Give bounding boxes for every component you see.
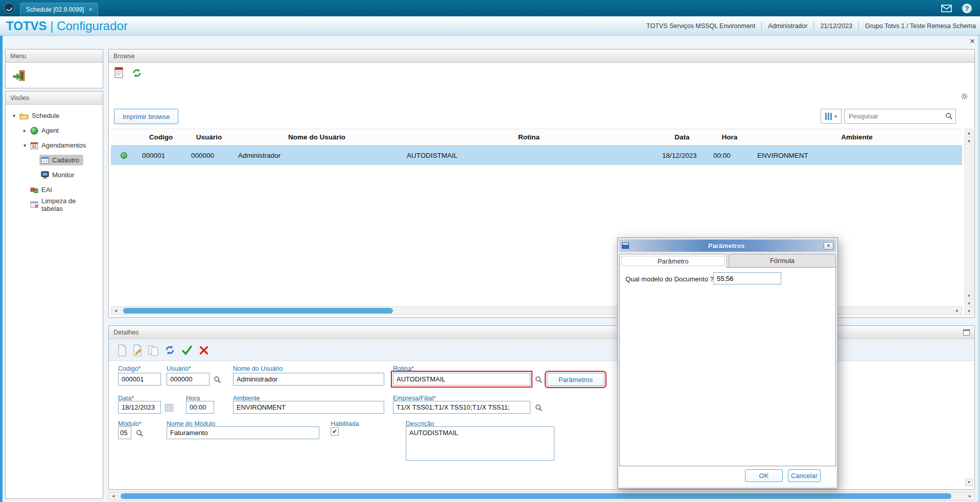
exit-door-icon[interactable]	[12, 69, 26, 82]
nome-modulo-field[interactable]	[167, 426, 319, 439]
descricao-field[interactable]: AUTODISTMAIL	[406, 426, 554, 461]
tree-item-cadastro[interactable]: Cadastro	[6, 153, 103, 168]
column-header-ambiente[interactable]: Ambiente	[752, 133, 962, 141]
column-header-rotina[interactable]: Rotina	[401, 133, 657, 141]
tree-item-limpeza[interactable]: Limpeza de tabelas	[6, 197, 103, 212]
column-header-codigo[interactable]: Codigo	[136, 133, 185, 141]
browse-vertical-scrollbar[interactable]: ▲ ▲ ▼ ▼ ▼	[965, 129, 973, 315]
cell-nome-usuario: Administrador	[232, 152, 401, 159]
refresh-icon[interactable]	[131, 67, 143, 79]
new-record-icon[interactable]	[117, 344, 127, 356]
ok-button[interactable]: OK	[745, 469, 783, 482]
table-row[interactable]: 000001 000000 Administrador AUTODISTMAIL…	[111, 146, 962, 165]
settings-gear-icon[interactable]	[961, 92, 968, 102]
parametros-dialog: Parâmetros ✕ Parâmetro Fórmula Qual mode…	[617, 237, 838, 489]
rotina-lookup-icon[interactable]	[533, 374, 544, 385]
mail-icon[interactable]	[941, 5, 952, 12]
app-circle-icon	[4, 3, 15, 14]
scroll-up-icon[interactable]: ▲	[965, 137, 973, 145]
checkbox-check-icon: ✔	[332, 428, 337, 435]
scrollbar-thumb[interactable]	[123, 308, 393, 314]
tree-label: Agendamentos	[41, 141, 86, 149]
cancel-button[interactable]: Cancelar	[788, 469, 821, 482]
column-header-data[interactable]: Data	[657, 133, 708, 141]
search-icon[interactable]	[942, 112, 955, 120]
tree-item-schedule[interactable]: ▾ Schedule	[6, 108, 103, 123]
scroll-down-icon[interactable]: ▼	[965, 292, 973, 299]
expand-arrow-icon[interactable]: ▸	[21, 128, 29, 133]
tree-item-agendamentos[interactable]: ▾ 31 Agendamentos	[6, 138, 103, 153]
scroll-page-down-icon[interactable]: ▼	[965, 299, 973, 307]
window-close-icon[interactable]: ×	[970, 37, 975, 46]
dialog-title-bar[interactable]: Parâmetros ✕	[619, 240, 836, 252]
copy-record-icon[interactable]	[148, 344, 159, 356]
data-field[interactable]	[118, 401, 161, 414]
page-title: TOTVS | Configurador	[6, 19, 128, 33]
menu-panel-title: Menu	[10, 53, 26, 60]
usuario-lookup-icon[interactable]	[212, 374, 222, 385]
svg-text:31: 31	[32, 144, 37, 149]
dialog-close-button[interactable]: ✕	[824, 242, 833, 250]
agent-sphere-icon	[30, 127, 38, 135]
cell-ambiente: ENVIRONMENT	[752, 152, 962, 159]
scroll-right-icon[interactable]: ►	[953, 307, 962, 315]
brand-name: TOTVS	[6, 19, 47, 33]
nome-usuario-label: Nome do Usuário	[233, 365, 283, 372]
tab-label: Schedule [02.9.0099]	[26, 6, 84, 13]
top-bar: Schedule [02.9.0099] × ?	[0, 0, 980, 16]
usuario-field[interactable]	[167, 373, 209, 386]
menu-panel-header: Menu	[6, 50, 103, 63]
divider	[813, 22, 814, 30]
date-picker-icon[interactable]	[164, 402, 174, 413]
confirm-check-icon[interactable]	[181, 345, 193, 356]
column-header-nome[interactable]: Nome do Usuário	[232, 133, 401, 141]
tree-item-agent[interactable]: ▸ Agent	[6, 123, 103, 138]
cancel-x-icon[interactable]	[198, 345, 209, 356]
help-icon[interactable]: ?	[962, 4, 972, 13]
tree-item-monitor[interactable]: Monitor	[6, 168, 103, 182]
collapse-arrow-icon[interactable]: ▾	[10, 113, 18, 118]
report-icon[interactable]	[114, 67, 124, 79]
rotina-field[interactable]	[393, 373, 530, 386]
search-input[interactable]	[845, 112, 942, 120]
modulo-field[interactable]	[118, 426, 131, 439]
parametros-button[interactable]: Parâmetros	[547, 373, 604, 386]
hora-field[interactable]	[186, 401, 214, 414]
tree-selected-item[interactable]: Cadastro	[39, 155, 83, 165]
env-name: TOTVS Serviços MSSQL Environment	[646, 22, 755, 30]
ambiente-field[interactable]	[233, 401, 384, 414]
panel-maximize-icon[interactable]	[963, 329, 970, 336]
column-header-usuario[interactable]: Usuário	[185, 133, 232, 141]
nome-usuario-field[interactable]	[233, 373, 384, 386]
empresa-lookup-icon[interactable]	[533, 402, 544, 413]
codigo-field[interactable]	[118, 373, 161, 386]
tab-parametro[interactable]: Parâmetro	[619, 254, 727, 268]
scroll-left-icon[interactable]: ◄	[111, 307, 120, 315]
tab-close-icon[interactable]: ×	[88, 6, 92, 13]
question-input[interactable]	[713, 272, 781, 284]
print-browse-button[interactable]: Imprimir browse	[114, 109, 178, 124]
habilitada-checkbox[interactable]: ✔	[331, 427, 339, 436]
app-name: Configurador	[57, 19, 128, 33]
tab-formula[interactable]: Fórmula	[729, 254, 836, 268]
tree-item-eai[interactable]: EAI	[6, 182, 103, 197]
refresh-record-icon[interactable]	[164, 344, 176, 356]
empresa-field[interactable]	[393, 401, 530, 414]
scrollbar-thumb[interactable]	[121, 493, 951, 499]
modulo-lookup-icon[interactable]	[134, 428, 145, 438]
scroll-right-icon[interactable]: ►	[966, 492, 974, 500]
collapse-arrow-icon[interactable]: ▾	[21, 142, 29, 148]
tab-schedule[interactable]: Schedule [02.9.0099] ×	[20, 3, 98, 16]
column-header-hora[interactable]: Hora	[708, 133, 752, 141]
dialog-footer: OK Cancelar	[619, 466, 836, 487]
column-selector-dropdown[interactable]: ▾	[821, 109, 842, 124]
scroll-first-icon[interactable]: ▲	[965, 129, 973, 137]
main-horizontal-scrollbar[interactable]: ◄ ►	[108, 492, 975, 500]
browse-panel-title: Browse	[113, 53, 135, 60]
details-scroll-down-icon[interactable]: ▼	[965, 479, 973, 486]
scroll-left-icon[interactable]: ◄	[109, 492, 118, 500]
scroll-last-icon[interactable]: ▼	[965, 307, 973, 315]
app-menu-icon[interactable]	[4, 3, 15, 14]
tree-label: Limpeza de tabelas	[41, 197, 99, 212]
edit-record-icon[interactable]	[132, 344, 143, 356]
